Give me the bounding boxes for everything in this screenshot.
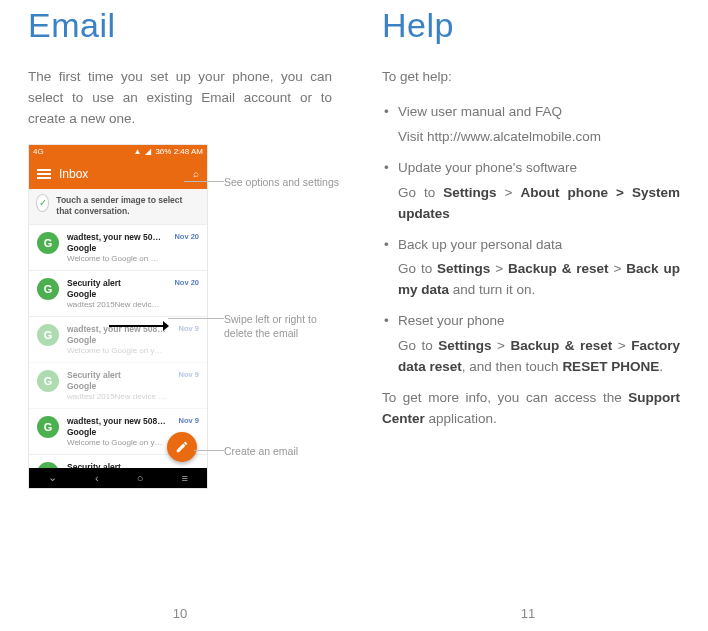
tip-text: Touch a sender image to select that conv…	[56, 195, 199, 218]
email-row[interactable]: G wadtest, your new 5086D doesn't… Googl…	[29, 225, 207, 271]
help-outro: To get more info, you can access the Sup…	[382, 388, 680, 430]
android-navbar: ⌄ ‹ ○ ≡	[29, 468, 207, 488]
avatar: G	[37, 416, 59, 438]
help-item-backup: Back up your personal data Go to Setting…	[382, 235, 680, 302]
row-snippet: Welcome to Google on your new 5086…	[67, 254, 162, 263]
callout-options: See options and settings	[224, 175, 344, 189]
help-item-reset-sub: Go to Settings > Backup & reset > Factor…	[398, 336, 680, 378]
help-item-faq-sub: Visit http://www.alcatelmobile.com	[398, 127, 680, 148]
status-time: 36% 2:48 AM	[155, 147, 203, 156]
avatar: G	[37, 278, 59, 300]
nav-home-icon[interactable]: ○	[137, 472, 144, 484]
email-row[interactable]: G wadtest, your new 5086A doesn't… Googl…	[29, 317, 207, 363]
compose-fab[interactable]	[167, 432, 197, 462]
row-subject: wadtest, your new 5086A doesn't h…	[67, 416, 167, 426]
avatar: G	[37, 370, 59, 392]
row-sender: Google	[67, 335, 167, 345]
help-intro: To get help:	[382, 67, 680, 88]
row-snippet: Welcome to Google on your new 5086…	[67, 346, 167, 355]
help-item-faq: View user manual and FAQ Visit http://ww…	[382, 102, 680, 148]
row-sender: Google	[67, 289, 162, 299]
callout-swipe: Swipe left or right to delete the email	[224, 312, 344, 340]
email-heading: Email	[28, 6, 332, 45]
row-date: Nov 9	[179, 416, 199, 425]
row-subject: wadtest, your new 5086D doesn't…	[67, 232, 162, 242]
avatar: G	[37, 324, 59, 346]
row-subject: Security alert	[67, 278, 162, 288]
row-subject: wadtest, your new 5086A doesn't…	[67, 324, 167, 334]
search-icon[interactable]: ⌕	[193, 168, 199, 179]
inbox-tip: ✓ Touch a sender image to select that co…	[29, 189, 207, 225]
email-row[interactable]: G Security alert Google wadtest 2015New …	[29, 363, 207, 409]
help-item-reset: Reset your phone Go to Settings > Backup…	[382, 311, 680, 378]
app-bar: Inbox ⌕	[29, 159, 207, 189]
menu-icon[interactable]	[37, 169, 51, 179]
row-sender: Google	[67, 381, 167, 391]
nav-back-icon[interactable]: ‹	[95, 472, 99, 484]
help-item-backup-sub: Go to Settings > Backup & reset > Back u…	[398, 259, 680, 301]
signal-icon: ◢	[145, 147, 151, 156]
row-sender: Google	[67, 243, 162, 253]
nav-voice-icon[interactable]: ⌄	[48, 471, 57, 484]
row-snippet: wadtest 2015New device signed in tow…	[67, 300, 162, 309]
email-intro: The first time you set up your phone, yo…	[28, 67, 332, 130]
row-subject: Security alert	[67, 370, 167, 380]
page-number-left: 10	[173, 606, 187, 621]
row-snippet: Welcome to Google on your new 508…	[67, 438, 167, 447]
callout-create: Create an email	[224, 444, 344, 458]
pencil-icon	[175, 440, 189, 454]
nav-recent-icon[interactable]: ≡	[182, 472, 188, 484]
row-date: Nov 9	[179, 324, 199, 333]
help-item-update-sub: Go to Settings > About phone > System up…	[398, 183, 680, 225]
email-row[interactable]: G Security alert Google wadtest 2015New …	[29, 271, 207, 317]
avatar: G	[37, 232, 59, 254]
phone-screenshot: 4G ▲ ◢ 36% 2:48 AM Inbox ⌕ ✓ Touch a sen…	[28, 144, 208, 489]
status-net: 4G	[33, 147, 44, 156]
check-icon: ✓	[37, 195, 48, 211]
row-snippet: wadtest 2015New device signed in tow…	[67, 392, 167, 401]
wifi-icon: ▲	[133, 147, 141, 156]
help-item-update: Update your phone's software Go to Setti…	[382, 158, 680, 225]
status-bar: 4G ▲ ◢ 36% 2:48 AM	[29, 145, 207, 159]
help-heading: Help	[382, 6, 680, 45]
row-date: Nov 20	[174, 278, 199, 287]
email-figure: 4G ▲ ◢ 36% 2:48 AM Inbox ⌕ ✓ Touch a sen…	[28, 144, 328, 489]
row-date: Nov 20	[174, 232, 199, 241]
row-date: Nov 9	[179, 370, 199, 379]
inbox-title: Inbox	[59, 167, 185, 181]
page-number-right: 11	[521, 606, 535, 621]
help-list: View user manual and FAQ Visit http://ww…	[382, 102, 680, 378]
row-sender: Google	[67, 427, 167, 437]
